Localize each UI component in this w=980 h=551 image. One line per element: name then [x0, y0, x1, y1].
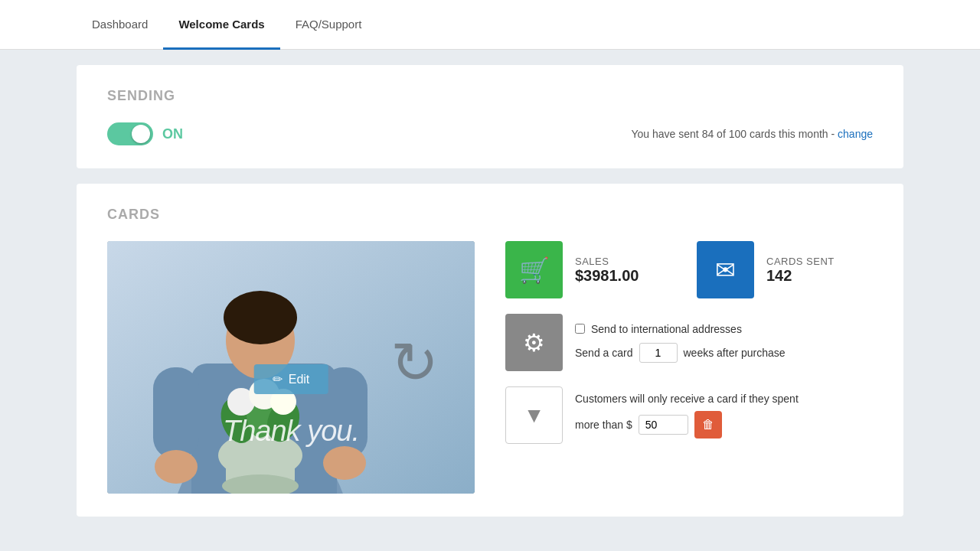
main-content: SENDING ON You have sent 84 of 100 cards…	[0, 50, 980, 547]
sending-section: SENDING ON You have sent 84 of 100 cards…	[77, 65, 903, 168]
filter-icon-box: ▼	[505, 386, 563, 444]
stats-row: 🛒 SALES $3981.00 ✉ CARDS SENT	[505, 241, 873, 298]
toggle-state-label: ON	[162, 126, 183, 142]
settings-box: ⚙ Send to international addresses Send a…	[505, 314, 873, 371]
top-navigation: Dashboard Welcome Cards FAQ/Support	[0, 0, 980, 50]
sales-value: $3981.00	[575, 267, 639, 285]
toggle-thumb	[132, 125, 150, 143]
sending-row: ON You have sent 84 of 100 cards this mo…	[107, 122, 873, 145]
card-thank-you-text: Thank you.	[107, 415, 475, 448]
envelope-icon-box: ✉	[697, 241, 754, 298]
cart-icon: 🛒	[519, 256, 550, 285]
filter-text-line2: more than $	[575, 419, 632, 431]
cards-title: CARDS	[107, 207, 873, 223]
cards-sent-stat: ✉ CARDS SENT 142	[697, 241, 873, 298]
sales-stat: 🛒 SALES $3981.00	[505, 241, 681, 298]
filter-content: Customers will only receive a card if th…	[575, 393, 799, 439]
svg-point-8	[323, 446, 366, 480]
toggle-track	[107, 122, 153, 145]
svg-text:↻: ↻	[390, 331, 439, 395]
cards-sent-value: 142	[766, 267, 835, 285]
sending-info-text: You have sent 84 of 100 cards this month…	[632, 128, 838, 140]
trash-icon: 🗑	[702, 418, 714, 432]
card-image-bg: ↻ Thank you. ✏ Edit	[107, 241, 475, 494]
card-image-wrapper: ↻ Thank you. ✏ Edit	[107, 241, 475, 494]
filter-amount-input[interactable]	[639, 415, 688, 435]
settings-icon-box: ⚙	[505, 314, 563, 371]
filter-line2: more than $ 🗑	[575, 411, 799, 439]
sending-title: SENDING	[107, 88, 873, 104]
change-link[interactable]: change	[838, 128, 873, 140]
envelope-icon: ✉	[715, 256, 736, 285]
international-label: Send to international addresses	[591, 323, 742, 335]
international-checkbox[interactable]	[575, 324, 585, 334]
cards-sent-text: CARDS SENT 142	[766, 256, 835, 285]
filter-icon: ▼	[524, 403, 545, 428]
filter-text-line1: Customers will only receive a card if th…	[575, 393, 799, 405]
weeks-after-label: weeks after purchase	[684, 347, 786, 359]
weeks-before-label: Send a card	[575, 347, 633, 359]
edit-button-label: Edit	[289, 373, 310, 386]
international-row: Send to international addresses	[575, 323, 786, 335]
gear-icon: ⚙	[523, 328, 545, 357]
delete-filter-button[interactable]: 🗑	[694, 411, 722, 439]
settings-content: Send to international addresses Send a c…	[575, 323, 786, 363]
sending-toggle[interactable]	[107, 122, 153, 145]
filter-box: ▼ Customers will only receive a card if …	[505, 386, 873, 444]
filter-line1: Customers will only receive a card if th…	[575, 393, 799, 405]
sales-text: SALES $3981.00	[575, 256, 639, 285]
svg-point-7	[155, 450, 198, 484]
tab-faq-support[interactable]: FAQ/Support	[280, 0, 377, 50]
cards-section: CARDS	[77, 184, 903, 517]
cards-sent-label: CARDS SENT	[766, 256, 835, 267]
svg-point-4	[224, 291, 297, 344]
tab-dashboard[interactable]: Dashboard	[77, 0, 163, 50]
sales-icon-box: 🛒	[505, 241, 563, 298]
edit-card-button[interactable]: ✏ Edit	[254, 364, 328, 394]
cards-layout: ↻ Thank you. ✏ Edit	[107, 241, 873, 494]
edit-icon: ✏	[273, 372, 283, 386]
sales-label: SALES	[575, 256, 639, 267]
weeks-row: Send a card weeks after purchase	[575, 343, 786, 363]
sending-info: You have sent 84 of 100 cards this month…	[632, 128, 873, 140]
stats-panel: 🛒 SALES $3981.00 ✉ CARDS SENT	[505, 241, 873, 444]
toggle-wrapper: ON	[107, 122, 183, 145]
tab-welcome-cards[interactable]: Welcome Cards	[163, 0, 279, 50]
weeks-input[interactable]	[639, 343, 678, 363]
